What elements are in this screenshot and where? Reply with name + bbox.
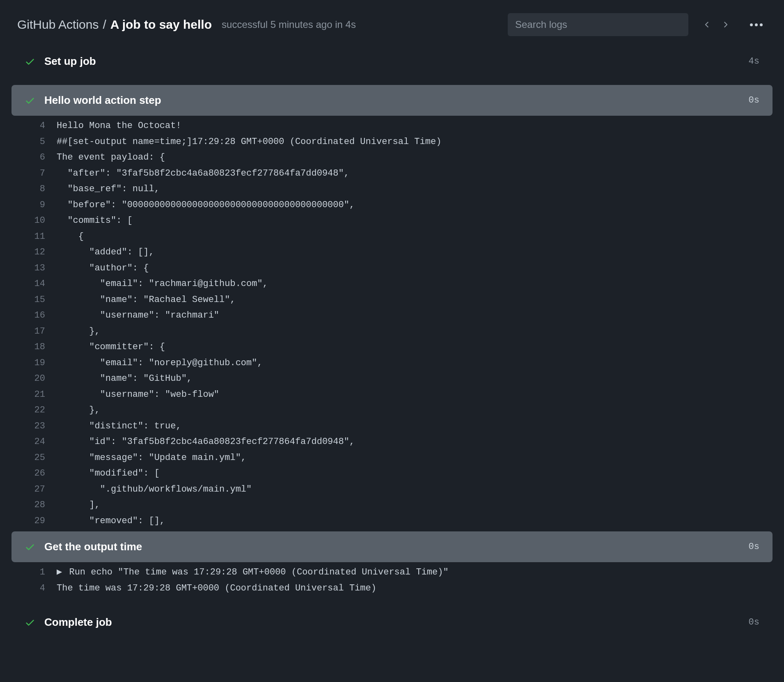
line-number[interactable]: 20 [11,371,57,387]
log-line: 24 "id": "3faf5b8f2cbc4a6a80823fecf27786… [11,434,773,450]
step-header-setup[interactable]: Set up job 4s [11,46,773,77]
line-number[interactable]: 13 [11,261,57,277]
log-line: 4The time was 17:29:28 GMT+0000 (Coordin… [11,581,773,597]
nav-arrows [701,19,731,30]
line-number[interactable]: 18 [11,339,57,355]
step-title: Set up job [44,55,749,68]
log-line: 16 "username": "rachmari" [11,308,773,324]
line-number[interactable]: 16 [11,308,57,324]
step-duration: 4s [749,56,759,66]
line-number[interactable]: 25 [11,450,57,466]
breadcrumb-parent[interactable]: GitHub Actions [17,18,99,32]
breadcrumb: GitHub Actions / A job to say hello [17,18,212,32]
line-number[interactable]: 7 [11,166,57,182]
line-number[interactable]: 1 [11,565,57,581]
check-icon [25,56,35,67]
check-icon [25,617,35,628]
line-number[interactable]: 6 [11,150,57,166]
step-duration: 0s [749,542,759,552]
line-number[interactable]: 4 [11,581,57,597]
line-content: "name": "Rachael Sewell", [57,292,773,308]
log-line: 26 "modified": [ [11,466,773,482]
line-number[interactable]: 19 [11,355,57,371]
step-title: Hello world action step [44,94,749,107]
log-line: 17 }, [11,324,773,340]
line-number[interactable]: 17 [11,324,57,340]
line-content: ##[set-output name=time;]17:29:28 GMT+00… [57,134,773,150]
log-line: 1▶ Run echo "The time was 17:29:28 GMT+0… [11,565,773,581]
line-number[interactable]: 12 [11,245,57,261]
log-line: 8 "base_ref": null, [11,181,773,197]
line-content: "modified": [ [57,466,773,482]
line-number[interactable]: 9 [11,197,57,213]
line-content: "committer": { [57,339,773,355]
log-line: 22 }, [11,403,773,419]
step-title: Complete job [44,616,749,629]
line-content: "added": [], [57,245,773,261]
log-line: 6The event payload: { [11,150,773,166]
step-header-complete[interactable]: Complete job 0s [11,607,773,638]
log-body-hello: 4Hello Mona the Octocat!5##[set-output n… [11,116,773,531]
line-content: "email": "noreply@github.com", [57,355,773,371]
line-content: "username": "web-flow" [57,387,773,403]
prev-button[interactable] [701,19,713,30]
line-content: "commits": [ [57,213,773,229]
step-duration: 0s [749,617,759,627]
line-content: Hello Mona the Octocat! [57,118,773,134]
line-content: ".github/workflows/main.yml" [57,482,773,498]
more-options-button[interactable] [750,23,763,26]
kebab-dot-icon [750,23,753,26]
log-body-output-time: 1▶ Run echo "The time was 17:29:28 GMT+0… [11,562,773,599]
search-input[interactable] [508,13,688,36]
log-line: 13 "author": { [11,261,773,277]
line-number[interactable]: 15 [11,292,57,308]
run-status: successful 5 minutes ago in 4s [222,19,356,30]
line-content: "removed": [], [57,513,773,529]
step-header-output-time[interactable]: Get the output time 0s [11,531,773,562]
log-line: 19 "email": "noreply@github.com", [11,355,773,371]
log-line: 23 "distinct": true, [11,419,773,435]
line-number[interactable]: 23 [11,419,57,435]
disclosure-triangle-icon[interactable]: ▶ [57,567,67,577]
line-content: }, [57,403,773,419]
line-content: "after": "3faf5b8f2cbc4a6a80823fecf27786… [57,166,773,182]
page-header: GitHub Actions / A job to say hello succ… [0,0,784,46]
log-line: 9 "before": "000000000000000000000000000… [11,197,773,213]
line-content: "email": "rachmari@github.com", [57,276,773,292]
line-number[interactable]: 21 [11,387,57,403]
line-number[interactable]: 28 [11,497,57,513]
check-icon [25,542,35,552]
check-icon [25,95,35,106]
log-line: 27 ".github/workflows/main.yml" [11,482,773,498]
line-number[interactable]: 10 [11,213,57,229]
log-line: 4Hello Mona the Octocat! [11,118,773,134]
line-number[interactable]: 8 [11,181,57,197]
line-number[interactable]: 11 [11,229,57,245]
line-number[interactable]: 4 [11,118,57,134]
line-number[interactable]: 22 [11,403,57,419]
line-number[interactable]: 27 [11,482,57,498]
log-line: 15 "name": "Rachael Sewell", [11,292,773,308]
log-line: 12 "added": [], [11,245,773,261]
line-content: "name": "GitHub", [57,371,773,387]
log-line: 5##[set-output name=time;]17:29:28 GMT+0… [11,134,773,150]
log-line: 28 ], [11,497,773,513]
breadcrumb-separator: / [103,18,106,32]
steps-list: Set up job 4s Hello world action step 0s… [0,46,784,638]
line-content: "id": "3faf5b8f2cbc4a6a80823fecf277864fa… [57,434,773,450]
log-line: 21 "username": "web-flow" [11,387,773,403]
next-button[interactable] [720,19,731,30]
line-content: "base_ref": null, [57,181,773,197]
line-number[interactable]: 26 [11,466,57,482]
step-header-hello[interactable]: Hello world action step 0s [11,85,773,116]
line-number[interactable]: 14 [11,276,57,292]
line-content: "distinct": true, [57,419,773,435]
kebab-dot-icon [755,23,758,26]
log-line: 10 "commits": [ [11,213,773,229]
line-number[interactable]: 29 [11,513,57,529]
line-number[interactable]: 24 [11,434,57,450]
kebab-dot-icon [760,23,763,26]
line-number[interactable]: 5 [11,134,57,150]
line-content: ▶ Run echo "The time was 17:29:28 GMT+00… [57,565,773,581]
line-content: "username": "rachmari" [57,308,773,324]
